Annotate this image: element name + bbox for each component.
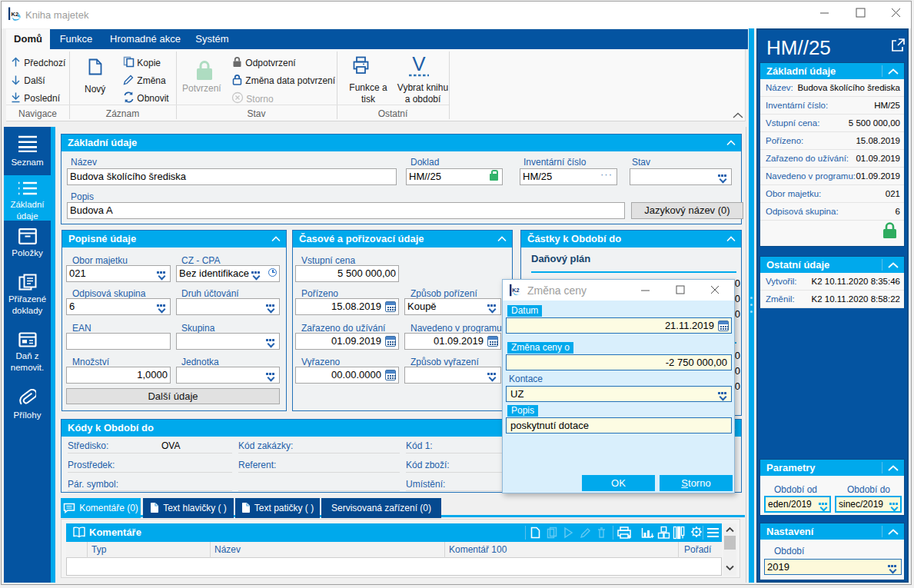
svg-text:K2: K2 xyxy=(12,11,19,18)
svg-text:K2: K2 xyxy=(512,287,519,294)
svg-text:V: V xyxy=(412,52,426,75)
